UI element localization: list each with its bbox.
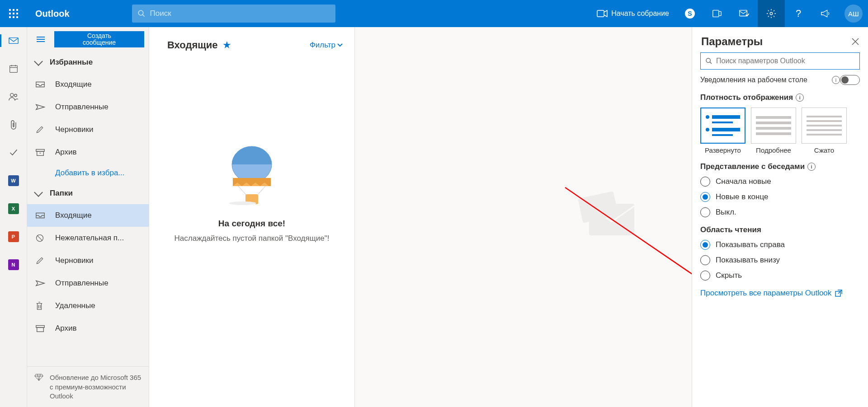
notifications-toggle[interactable] (840, 75, 860, 85)
radio-label: Новые в конце (716, 192, 768, 201)
fav-inbox[interactable]: Входящие (27, 73, 149, 96)
message-list: Входящие ★ Фильтр На сегодня все! Наслаж… (149, 27, 355, 407)
star-icon[interactable]: ★ (222, 39, 231, 51)
hamburger-button[interactable] (32, 30, 50, 48)
rail-word[interactable]: W (0, 172, 27, 190)
search-input[interactable] (150, 9, 330, 18)
folder-label: Входящие (55, 211, 92, 220)
folder-label: Нежелательная п... (55, 234, 124, 243)
inbox-icon (35, 81, 45, 88)
rail-people[interactable] (0, 88, 27, 106)
radio-label: Сначала новые (716, 177, 771, 186)
top-right-actions: Начать собрание S ? АШ (590, 0, 868, 27)
powerpoint-icon: P (8, 231, 19, 242)
mail-action-button[interactable] (731, 0, 758, 27)
user-avatar[interactable]: АШ (844, 5, 863, 23)
upgrade-text: Обновление до Microsoft 365 с премиум-во… (50, 373, 142, 401)
rail-powerpoint[interactable]: P (0, 228, 27, 246)
rail-files[interactable] (0, 116, 27, 134)
rail-todo[interactable] (0, 144, 27, 162)
fav-sent[interactable]: Отправленные (27, 96, 149, 118)
folder-pane: Создать сообщение Избранные Входящие Отп… (27, 27, 149, 407)
view-all-settings-link[interactable]: Просмотреть все параметры Outlook (700, 289, 860, 298)
svg-point-6 (770, 12, 773, 15)
upgrade-banner[interactable]: Обновление до Microsoft 365 с премиум-во… (27, 366, 149, 407)
conv-newest-first[interactable]: Сначала новые (700, 177, 860, 187)
rail-excel[interactable]: X (0, 200, 27, 218)
megaphone-button[interactable] (812, 0, 839, 27)
conv-newest-last[interactable]: Новые в конце (700, 192, 860, 202)
close-button[interactable] (852, 38, 859, 45)
message-list-header: Входящие ★ Фильтр (149, 27, 354, 63)
folder-archive[interactable]: Архив (27, 317, 149, 340)
inbox-title: Входящие (167, 39, 218, 51)
brand-label: Outlook (27, 9, 78, 19)
density-full[interactable]: Развернуто (700, 108, 745, 154)
folder-sent[interactable]: Отправленные (27, 272, 149, 295)
conv-off[interactable]: Выкл. (700, 207, 860, 217)
gear-icon (766, 9, 776, 19)
app-launcher-button[interactable] (0, 0, 27, 27)
excel-icon: X (8, 203, 19, 214)
help-button[interactable]: ? (785, 0, 812, 27)
svg-rect-15 (37, 151, 44, 155)
folders-header[interactable]: Папки (27, 182, 149, 204)
fav-archive[interactable]: Архив (27, 141, 149, 164)
close-icon (852, 38, 859, 45)
svg-rect-8 (9, 65, 17, 72)
envelope-bg-icon (576, 190, 648, 244)
new-message-button[interactable]: Создать сообщение (54, 31, 144, 47)
favorites-header[interactable]: Избранные (27, 51, 149, 73)
svg-point-12 (10, 94, 13, 97)
settings-search-input[interactable] (716, 57, 855, 65)
reading-right[interactable]: Показывать справа (700, 240, 860, 250)
reading-bottom[interactable]: Показывать внизу (700, 255, 860, 265)
svg-rect-20 (37, 327, 44, 332)
info-icon[interactable]: i (807, 163, 816, 171)
folder-inbox[interactable]: Входящие (27, 204, 149, 227)
add-favorite-link[interactable]: Добавить в избра... (27, 164, 149, 182)
density-medium[interactable]: Подробнее (751, 108, 796, 154)
skype-button[interactable]: S (676, 0, 703, 27)
folder-label: Архив (55, 148, 77, 157)
filter-label: Фильтр (310, 41, 335, 50)
chevron-down-icon (34, 57, 43, 66)
folder-drafts[interactable]: Черновики (27, 249, 149, 272)
reading-section-title: Область чтения (700, 225, 860, 234)
filter-button[interactable]: Фильтр (310, 41, 343, 50)
word-icon: W (8, 175, 19, 186)
info-icon[interactable]: i (796, 94, 804, 102)
search-box[interactable] (132, 5, 335, 23)
settings-search[interactable] (700, 52, 860, 70)
teams-button[interactable] (703, 0, 731, 27)
folder-label: Удаленные (55, 301, 95, 310)
empty-state: На сегодня все! Наслаждайтесь пустой пап… (149, 63, 354, 407)
mail-icon (9, 37, 19, 44)
mail-check-icon (739, 9, 749, 18)
reading-hide[interactable]: Скрыть (700, 271, 860, 281)
start-meeting-button[interactable]: Начать собрание (590, 0, 676, 27)
rail-onenote[interactable]: N (0, 256, 27, 274)
svg-point-13 (14, 94, 17, 97)
density-label: Развернуто (705, 146, 741, 154)
folder-junk[interactable]: Нежелательная п... (27, 227, 149, 249)
radio-label: Выкл. (716, 208, 736, 217)
fav-drafts[interactable]: Черновики (27, 118, 149, 141)
rail-mail[interactable] (0, 32, 27, 50)
rail-calendar[interactable] (0, 60, 27, 78)
svg-line-26 (257, 186, 265, 195)
folder-deleted[interactable]: Удаленные (27, 295, 149, 317)
info-icon[interactable]: i (832, 76, 840, 84)
density-compact[interactable]: Сжато (802, 108, 847, 154)
svg-rect-4 (719, 11, 722, 15)
radio-label: Показывать справа (716, 240, 785, 249)
svg-point-27 (229, 201, 256, 205)
popout-icon (835, 290, 842, 297)
svg-point-0 (138, 10, 143, 15)
svg-line-34 (710, 62, 712, 64)
settings-body: Уведомления на рабочем столе i Плотность… (692, 52, 868, 407)
settings-title: Параметры (701, 35, 763, 48)
radio-label: Показывать внизу (716, 256, 780, 265)
top-bar: Outlook Начать собрание S ? АШ (0, 0, 868, 27)
settings-button[interactable] (758, 0, 785, 27)
